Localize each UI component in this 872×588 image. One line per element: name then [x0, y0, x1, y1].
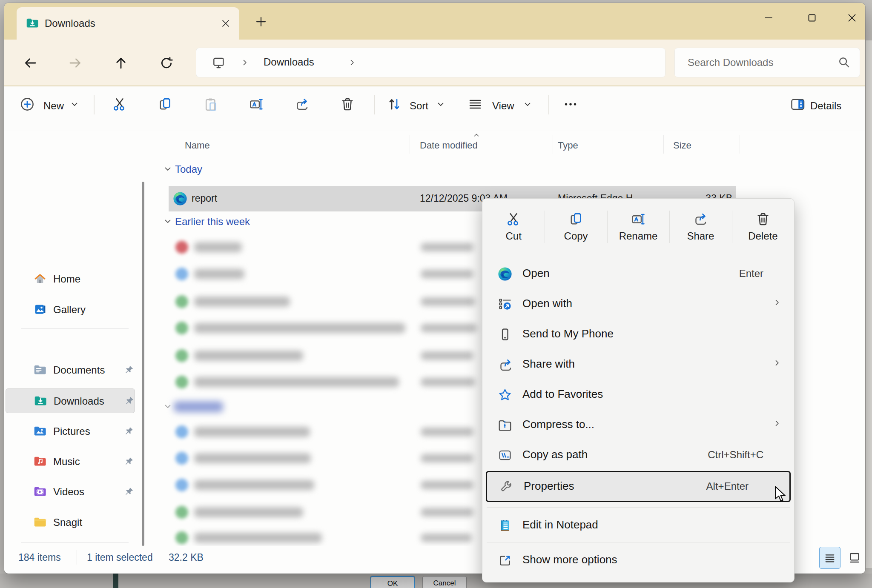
menu-item-properties[interactable]: PropertiesAlt+Enter	[486, 471, 791, 502]
menu-item-send-to-my-phone[interactable]: Send to My Phone	[482, 319, 794, 349]
column-separator[interactable]	[740, 135, 740, 154]
sort-dropdown-chevron-icon[interactable]	[433, 94, 448, 114]
cut-button[interactable]	[109, 94, 130, 114]
group-collapse-chevron-icon[interactable]	[163, 216, 173, 226]
home-icon	[34, 272, 46, 285]
menu-item-open[interactable]: OpenEnter	[482, 259, 794, 289]
group-header-last-week[interactable]	[174, 401, 223, 412]
breadcrumb-downloads[interactable]: Downloads	[264, 56, 314, 68]
rename-icon	[631, 211, 646, 227]
sidebar-item-home[interactable]: Home	[6, 267, 135, 291]
menu-quick-rename[interactable]: Rename	[607, 199, 669, 255]
forward-button[interactable]	[66, 53, 85, 73]
menu-divider	[487, 507, 790, 508]
menu-quick-cut[interactable]: Cut	[482, 199, 545, 255]
new-tab-button[interactable]	[253, 14, 269, 29]
this-pc-icon[interactable]	[212, 56, 225, 69]
sidebar-item-pictures[interactable]: Pictures	[6, 419, 135, 444]
sort-button-icon[interactable]	[384, 94, 404, 114]
search-icon[interactable]	[838, 56, 850, 69]
tab-close-icon[interactable]	[219, 17, 232, 30]
column-separator[interactable]	[410, 135, 410, 154]
tab-title: Downloads	[45, 17, 95, 29]
up-button[interactable]	[111, 53, 131, 73]
breadcrumb-chevron-icon[interactable]	[241, 58, 249, 67]
sidebar-item-label: Home	[53, 273, 80, 285]
menu-item-copy-as-path[interactable]: Copy as pathCtrl+Shift+C	[482, 440, 794, 470]
menu-item-compress-to-[interactable]: Compress to...	[482, 410, 794, 440]
close-button[interactable]	[840, 9, 864, 27]
paste-button[interactable]	[201, 94, 221, 114]
menu-item-shortcut: Ctrl+Shift+C	[708, 449, 763, 461]
breadcrumb-chevron-icon[interactable]	[348, 58, 356, 67]
delete-button[interactable]	[337, 94, 358, 114]
new-button-icon[interactable]	[17, 94, 37, 114]
sidebar-item-snagit[interactable]: Snagit	[6, 510, 135, 535]
menu-quick-copy[interactable]: Copy	[545, 199, 607, 255]
large-thumbnails-view-toggle[interactable]	[844, 547, 865, 569]
menu-item-label: Send to My Phone	[522, 327, 614, 340]
column-separator[interactable]	[663, 135, 664, 154]
menu-item-edit-in-notepad[interactable]: Edit in Notepad	[482, 510, 794, 540]
column-header-type[interactable]: Type	[558, 140, 578, 151]
details-pane-icon[interactable]	[789, 94, 806, 114]
new-dropdown-chevron-icon[interactable]	[67, 94, 82, 114]
back-button[interactable]	[20, 53, 40, 73]
view-button-icon[interactable]	[465, 94, 485, 114]
menu-quick-share[interactable]: Share	[669, 199, 731, 255]
minimize-button[interactable]	[756, 9, 781, 27]
search-box[interactable]	[674, 48, 860, 77]
pin-icon	[124, 365, 134, 375]
cancel-button[interactable]: Cancel	[422, 576, 467, 588]
details-view-toggle[interactable]	[819, 547, 840, 569]
view-button[interactable]: View	[492, 100, 514, 112]
selection-size: 32.2 KB	[169, 552, 204, 563]
menu-item-share-with[interactable]: Share with	[482, 349, 794, 380]
file-date-blurred	[421, 270, 473, 278]
rename-button[interactable]	[246, 94, 267, 114]
sidebar-item-downloads[interactable]: Downloads	[6, 388, 135, 413]
group-header-today[interactable]: Today	[175, 163, 202, 175]
open-with-icon	[498, 297, 512, 311]
submenu-chevron-icon	[773, 298, 781, 307]
toolbar-separator	[94, 95, 95, 114]
tab-downloads[interactable]: Downloads	[17, 7, 239, 40]
details-pane-button[interactable]: Details	[810, 100, 841, 112]
sidebar-item-gallery[interactable]: Gallery	[6, 297, 135, 322]
menu-item-add-to-favorites[interactable]: Add to Favorites	[482, 380, 794, 410]
refresh-button[interactable]	[157, 53, 176, 73]
copy-button[interactable]	[155, 94, 175, 114]
file-name-blurred	[194, 377, 399, 387]
sort-button[interactable]: Sort	[410, 100, 428, 112]
menu-item-show-more-options[interactable]: Show more options	[482, 545, 794, 575]
share-button[interactable]	[292, 94, 312, 114]
sidebar-item-music[interactable]: Music	[6, 449, 135, 474]
column-header-size[interactable]: Size	[673, 140, 691, 151]
menu-item-open-with[interactable]: Open with	[482, 289, 794, 319]
address-bar[interactable]: Downloads	[196, 48, 665, 77]
search-input[interactable]	[687, 54, 829, 71]
see-more-button[interactable]	[560, 94, 581, 114]
column-separator[interactable]	[553, 135, 553, 154]
pin-icon	[124, 456, 134, 466]
mouse-cursor	[774, 486, 789, 503]
menu-quick-delete[interactable]: Delete	[732, 199, 794, 255]
menu-item-label: Add to Favorites	[522, 388, 603, 401]
column-header-name[interactable]: Name	[185, 140, 210, 151]
status-separator	[77, 550, 77, 565]
scrollbar[interactable]	[142, 182, 144, 546]
sidebar-item-videos[interactable]: Videos	[6, 480, 135, 504]
ok-button[interactable]: OK	[370, 576, 415, 588]
edge-icon	[498, 267, 512, 281]
menu-quick-label: Cut	[506, 230, 522, 242]
group-collapse-chevron-icon[interactable]	[163, 164, 173, 174]
group-header-earlier-this-week[interactable]: Earlier this week	[175, 216, 250, 228]
column-header-date-modified[interactable]: Date modified	[420, 140, 478, 151]
sidebar-item-documents[interactable]: Documents	[6, 358, 135, 382]
file-date-blurred	[421, 534, 472, 542]
new-button[interactable]: New	[43, 100, 64, 112]
view-dropdown-chevron-icon[interactable]	[520, 94, 535, 114]
folder-pictures-icon	[34, 425, 46, 437]
maximize-button[interactable]	[800, 9, 824, 27]
group-collapse-chevron-icon[interactable]	[163, 401, 173, 411]
